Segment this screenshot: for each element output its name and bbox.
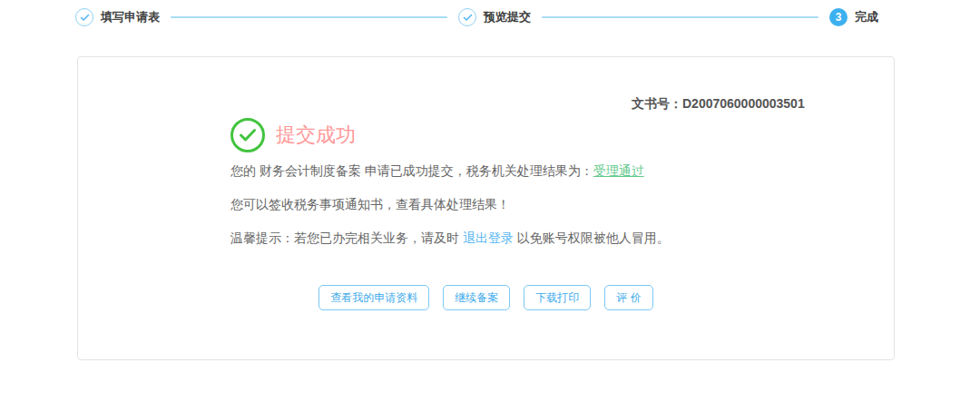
result-card: 文书号：D2007060000003501 提交成功 您的 财务会计制度备案 申…	[77, 56, 895, 360]
step-fill-form: 填写申请表	[75, 8, 160, 26]
result-line: 您的 财务会计制度备案 申请已成功提交，税务机关处理结果为：受理通过	[230, 164, 793, 178]
step-label-complete: 完成	[855, 9, 878, 25]
logout-link[interactable]: 退出登录	[463, 230, 514, 245]
download-print-button[interactable]: 下载打印	[524, 285, 591, 310]
success-header: 提交成功	[230, 115, 793, 155]
check-icon	[239, 128, 257, 142]
result-content: 提交成功 您的 财务会计制度备案 申请已成功提交，税务机关处理结果为：受理通过 …	[230, 115, 793, 265]
continue-filing-button[interactable]: 继续备案	[443, 285, 510, 310]
result-status-link[interactable]: 受理通过	[593, 163, 644, 178]
view-application-button[interactable]: 查看我的申请资料	[318, 285, 429, 310]
step-preview-submit: 预览提交	[458, 8, 531, 26]
tip-line: 温馨提示：若您已办完相关业务，请及时 退出登录 以免账号权限被他人冒用。	[230, 231, 793, 245]
notice-line: 您可以签收税务事项通知书，查看具体处理结果！	[230, 198, 793, 211]
rate-button[interactable]: 评 价	[604, 285, 652, 310]
tip-line-prefix: 温馨提示：若您已办完相关业务，请及时	[230, 230, 463, 245]
stepper-connector	[171, 16, 447, 18]
success-title: 提交成功	[276, 122, 356, 149]
step-complete: 3 完成	[829, 8, 878, 26]
step-label-fill-form: 填写申请表	[101, 9, 160, 25]
result-line-text: 您的 财务会计制度备案 申请已成功提交，税务机关处理结果为：	[230, 163, 593, 178]
step-label-preview-submit: 预览提交	[484, 9, 531, 25]
progress-stepper: 填写申请表 预览提交 3 完成	[75, 7, 878, 27]
action-button-row: 查看我的申请资料 继续备案 下载打印 评 价	[78, 285, 894, 310]
check-icon	[463, 14, 473, 22]
step-done-check-icon	[75, 8, 93, 26]
check-icon	[80, 14, 90, 22]
tip-line-suffix: 以免账号权限被他人冒用。	[514, 230, 670, 245]
stepper-connector	[542, 16, 818, 18]
step-done-check-icon	[458, 8, 476, 26]
step-number-badge: 3	[829, 8, 848, 26]
success-check-icon	[230, 118, 265, 152]
document-number: 文书号：D2007060000003501	[632, 96, 805, 113]
